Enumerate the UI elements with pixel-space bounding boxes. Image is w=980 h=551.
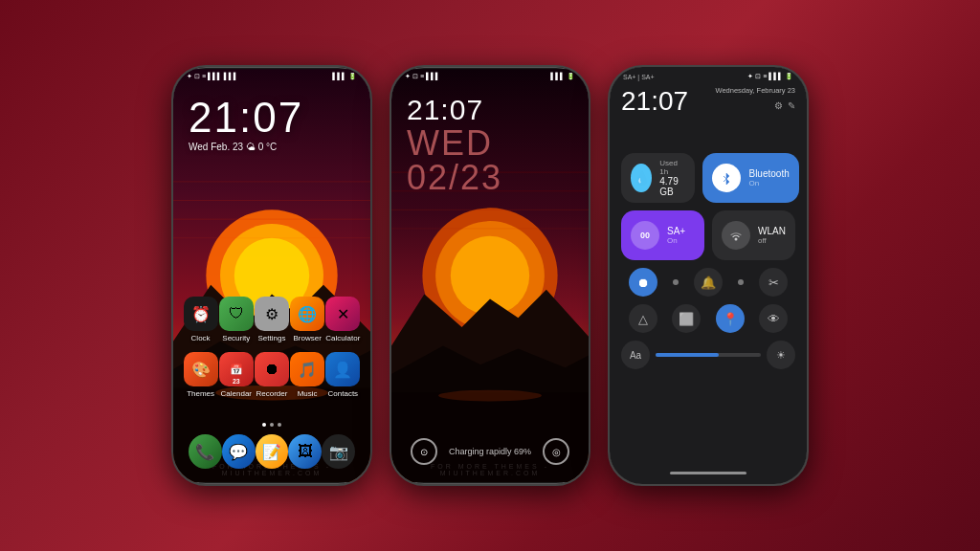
browser-icon: 🌐 <box>290 297 324 331</box>
lock-icon[interactable]: ⊙ <box>411 438 437 465</box>
app-browser-label: Browser <box>293 334 321 342</box>
app-row-1: ⏰ Clock 🛡 Security ⚙ Settings 🌐 Browser … <box>183 297 361 342</box>
app-themes[interactable]: 🎨 Themes <box>184 352 218 398</box>
bluetooth-status: On <box>748 179 789 187</box>
phone2-clock: 21:07 WED 02/23 <box>407 94 502 195</box>
wlan-icon <box>722 221 750 250</box>
control-tiles: 💧 Used 1h 4.79 GB Bluetooth On <box>621 153 795 377</box>
sa-tile[interactable]: 00 SA+ On <box>621 210 704 260</box>
small-icons-row-1: ⏺ 🔔 ✂ <box>621 268 795 297</box>
time-display: 21:07 <box>189 94 303 142</box>
dock-camera[interactable]: 📷 <box>322 434 355 469</box>
phone2-time: 21:07 <box>407 94 502 126</box>
screen-record-btn[interactable]: ⏺ <box>629 268 657 297</box>
dock-notes[interactable]: 📝 <box>256 434 289 469</box>
phone2-bottom: ⊙ Charging rapidly 69% ◎ <box>391 438 589 465</box>
app-clock-label: Clock <box>191 334 211 342</box>
phone-2: ✦ ⊡ ≡ ▌▌▌ ▌▌▌ 🔋 21:07 WED 02/23 ⊙ Chargi… <box>390 65 590 486</box>
settings-icon: ⚙ <box>255 297 289 331</box>
cc-date: Wednesday, February 23 <box>715 86 795 97</box>
app-grid: ⏰ Clock 🛡 Security ⚙ Settings 🌐 Browser … <box>173 297 370 408</box>
brightness-bar <box>656 353 761 357</box>
app-themes-label: Themes <box>187 389 214 398</box>
page-dots <box>173 423 370 427</box>
app-calendar-label: Calendar <box>221 389 252 398</box>
brightness-slider[interactable] <box>656 353 761 357</box>
app-dock: 📞 💬 📝 🖼 📷 <box>173 434 370 469</box>
scissors-btn[interactable]: ✂ <box>759 268 788 297</box>
bluetooth-tile[interactable]: Bluetooth On <box>702 153 798 203</box>
cc-header-icons: ⚙ ✎ <box>715 100 795 111</box>
sa-icon: 00 <box>631 221 659 250</box>
spacer-dot-1 <box>673 279 679 285</box>
themes-icon: 🎨 <box>184 352 218 386</box>
app-recorder[interactable]: ⏺ Recorder <box>255 352 289 398</box>
app-clock[interactable]: ⏰ Clock <box>184 297 218 342</box>
alert-btn[interactable]: △ <box>629 304 657 333</box>
small-icons-row-2: △ ⬜ 📍 👁 <box>621 304 795 333</box>
signal-icons-3: ✦ ⊡ ≡ ▌▌▌ 🔋 <box>747 73 793 80</box>
signal-2: ▌▌▌ 🔋 <box>550 73 575 80</box>
window-btn[interactable]: ⬜ <box>672 304 701 333</box>
cc-time: 21:07 <box>621 86 688 117</box>
bluetooth-tile-text: Bluetooth On <box>748 168 789 187</box>
edit-icon-cc[interactable]: ✎ <box>788 100 795 111</box>
phone-3: SA+ | SA+ ✦ ⊡ ≡ ▌▌▌ 🔋 21:07 Wednesday, F… <box>608 65 809 486</box>
tiles-row-2: 00 SA+ On WLAN <box>621 210 795 260</box>
app-calculator[interactable]: ✕ Calculator <box>325 297 360 342</box>
eye-btn[interactable]: 👁 <box>759 304 788 333</box>
sa-status: SA+ | SA+ <box>623 74 655 80</box>
app-contacts[interactable]: 👤 Contacts <box>325 352 360 398</box>
app-security-label: Security <box>222 334 250 342</box>
bluetooth-icon-tile <box>712 164 741 192</box>
watermark-2: FOR MORE THEMES - MIUITHEMER.COM <box>391 463 589 476</box>
status-bar-2: ✦ ⊡ ≡ ▌▌▌ ▌▌▌ 🔋 <box>391 67 589 86</box>
bluetooth-icon: ✦ ⊡ ≡ ▌▌▌ ▌▌▌ <box>187 73 238 80</box>
status-bar-3: SA+ | SA+ ✦ ⊡ ≡ ▌▌▌ 🔋 <box>610 67 807 86</box>
sa-tile-text: SA+ On <box>667 226 685 245</box>
location-btn[interactable]: 📍 <box>716 304 745 333</box>
dot-1 <box>262 423 266 427</box>
sa-title: SA+ <box>667 226 685 236</box>
app-calendar[interactable]: 📅 23 Calendar <box>219 352 254 398</box>
app-row-2: 🎨 Themes 📅 23 Calendar ⏺ Recorder 🎵 M <box>183 352 361 398</box>
bt-icon-2: ✦ ⊡ ≡ ▌▌▌ <box>405 73 440 80</box>
phone-1: ✦ ⊡ ≡ ▌▌▌ ▌▌▌ ▌▌▌ 🔋 21:07 Wed Feb. 23 🌤 … <box>171 65 372 486</box>
wlan-tile[interactable]: WLAN off <box>712 210 795 260</box>
svg-point-23 <box>438 390 542 402</box>
small-icons-row-3: Aa ☀ <box>621 341 795 369</box>
dock-gallery[interactable]: 🖼 <box>288 434 322 469</box>
clock-icon: ⏰ <box>184 297 218 331</box>
svg-point-24 <box>735 238 738 241</box>
app-music-label: Music <box>298 389 318 398</box>
music-icon: 🎵 <box>290 352 324 386</box>
wlan-tile-text: WLAN off <box>758 226 786 245</box>
app-music[interactable]: 🎵 Music <box>290 352 324 398</box>
status-bar-1: ✦ ⊡ ≡ ▌▌▌ ▌▌▌ ▌▌▌ 🔋 <box>173 67 370 86</box>
app-settings[interactable]: ⚙ Settings <box>255 297 289 342</box>
phone2-date: 02/23 <box>407 161 502 195</box>
data-icon: 💧 <box>631 164 652 192</box>
app-security[interactable]: 🛡 Security <box>219 297 254 342</box>
recorder-icon: ⏺ <box>255 352 289 386</box>
camera-icon[interactable]: ◎ <box>543 438 569 465</box>
wlan-title: WLAN <box>758 226 786 236</box>
calculator-icon: ✕ <box>325 297 360 331</box>
data-value: 4.79 GB <box>659 176 685 197</box>
app-settings-label: Settings <box>258 334 286 342</box>
dock-messages[interactable]: 💬 <box>222 434 256 469</box>
sa-status: On <box>667 236 685 245</box>
data-tile[interactable]: 💧 Used 1h 4.79 GB <box>621 153 695 203</box>
font-btn[interactable]: Aa <box>621 341 650 369</box>
dock-phone[interactable]: 📞 <box>189 434 222 469</box>
wlan-status: off <box>758 236 786 245</box>
app-calculator-label: Calculator <box>325 334 360 342</box>
settings-icon-cc[interactable]: ⚙ <box>774 100 783 111</box>
app-browser[interactable]: 🌐 Browser <box>290 297 324 342</box>
charging-text: Charging rapidly 69% <box>449 447 531 456</box>
volume-btn[interactable]: 🔔 <box>694 268 723 297</box>
bluetooth-title: Bluetooth <box>748 168 789 179</box>
data-tile-text: Used 1h 4.79 GB <box>659 159 685 197</box>
data-label: Used 1h <box>659 159 685 176</box>
contacts-icon: 👤 <box>325 352 360 386</box>
